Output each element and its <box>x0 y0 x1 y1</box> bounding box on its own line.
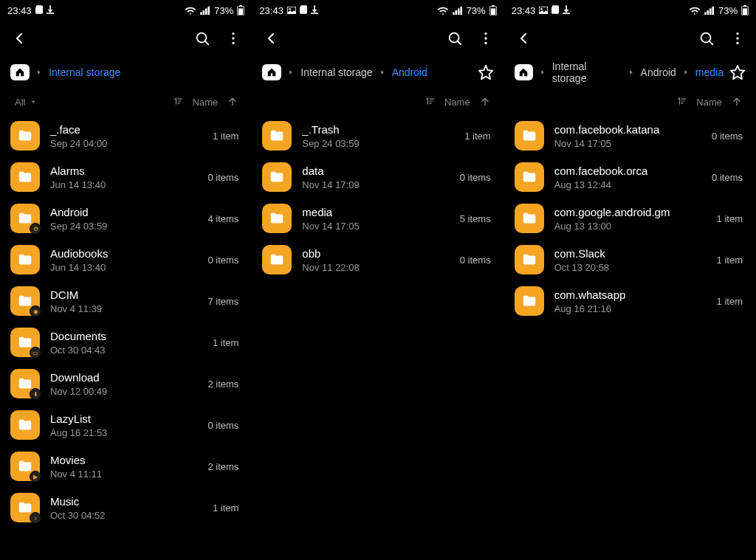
search-button[interactable] <box>698 30 715 46</box>
folder-name: _.face <box>50 123 202 136</box>
battery-icon <box>741 5 749 15</box>
svg-rect-25 <box>311 13 318 14</box>
svg-marker-16 <box>32 101 35 103</box>
folder-name: Android <box>50 206 197 219</box>
app-bar <box>0 21 252 56</box>
breadcrumb-item[interactable]: media <box>695 66 724 78</box>
file-list[interactable]: _.TrashSep 24 03:591 itemdataNov 14 17:0… <box>252 115 504 560</box>
folder-row[interactable]: AlarmsJun 14 13:400 items <box>0 156 252 198</box>
sort-by-name[interactable]: Name <box>444 97 470 108</box>
wifi-icon <box>689 6 701 15</box>
folder-row[interactable]: _.TrashSep 24 03:591 item <box>252 115 504 156</box>
more-options-button[interactable] <box>478 30 494 46</box>
sort-by-name[interactable]: Name <box>193 97 219 108</box>
folder-item-count: 2 items <box>207 461 238 472</box>
folder-date: Nov 11 22:08 <box>302 262 449 273</box>
folder-row[interactable]: ♪MusicOct 30 04:521 item <box>0 487 252 528</box>
svg-marker-38 <box>290 70 292 75</box>
folder-row[interactable]: ▶MoviesNov 4 11:112 items <box>0 446 252 487</box>
clock: 23:43 <box>7 5 32 16</box>
folder-item-count: 1 item <box>717 213 743 224</box>
folder-icon: ▶ <box>10 452 40 481</box>
status-download-icon <box>563 5 570 16</box>
svg-point-36 <box>484 37 487 39</box>
folder-row[interactable]: com.google.android.gmAug 13 13:001 item <box>504 198 756 239</box>
breadcrumb-item[interactable]: Internal storage <box>49 66 120 78</box>
folder-item-count: 1 item <box>213 502 238 514</box>
folder-row[interactable]: AudiobooksJun 14 13:400 items <box>0 239 252 280</box>
status-sdcard-icon <box>35 5 43 16</box>
breadcrumb-separator-icon <box>379 66 386 78</box>
sort-icon <box>173 96 184 108</box>
folder-row[interactable]: ▭DocumentsOct 30 04:431 item <box>0 322 252 363</box>
sort-direction-button[interactable] <box>731 96 743 108</box>
folder-badge-icon: ◉ <box>30 305 41 317</box>
folder-row[interactable]: mediaNov 14 17:055 items <box>252 198 504 239</box>
svg-marker-65 <box>731 66 744 79</box>
svg-marker-64 <box>684 70 687 75</box>
folder-name: _.Trash <box>302 123 454 136</box>
back-button[interactable] <box>10 30 28 47</box>
breadcrumb-home-button[interactable] <box>262 64 281 80</box>
battery-percent: 73% <box>718 5 738 16</box>
folder-date: Sep 24 03:59 <box>302 138 454 149</box>
filter-all-dropdown[interactable]: All <box>15 97 37 108</box>
battery-percent: 73% <box>467 5 486 16</box>
folder-item-count: 1 item <box>717 255 743 266</box>
sort-by-name[interactable]: Name <box>696 97 722 108</box>
svg-point-60 <box>736 37 738 39</box>
filter-all-label: All <box>15 97 25 108</box>
folder-item-count: 2 items <box>207 378 238 390</box>
folder-row[interactable]: ⚙AndroidSep 24 03:594 items <box>0 198 252 239</box>
folder-row[interactable]: obbNov 11 22:080 items <box>252 239 504 280</box>
folder-row[interactable]: _.faceSep 24 04:001 item <box>0 115 252 156</box>
folder-row[interactable]: com.SlackOct 13 20:581 item <box>504 239 756 280</box>
file-list[interactable]: com.facebook.katanaNov 14 17:050 itemsco… <box>504 115 756 560</box>
breadcrumb-item[interactable]: Internal storage <box>300 66 372 78</box>
folder-item-count: 0 items <box>460 172 491 183</box>
back-button[interactable] <box>515 30 532 47</box>
sort-direction-button[interactable] <box>479 96 491 108</box>
folder-row[interactable]: com.whatsappAug 16 21:161 item <box>504 280 756 322</box>
folder-date: Jun 14 13:40 <box>50 179 197 190</box>
breadcrumb-separator-icon <box>539 66 546 78</box>
app-bar <box>504 21 756 56</box>
folder-icon: ⬇ <box>10 369 40 398</box>
svg-rect-26 <box>453 13 455 15</box>
file-manager-screen: 23:4373%Internal storageAndroidmediaName… <box>504 0 756 560</box>
breadcrumb-home-button[interactable] <box>515 64 533 80</box>
folder-row[interactable]: com.facebook.orcaAug 13 12:440 items <box>504 156 756 198</box>
search-button[interactable] <box>194 30 210 46</box>
folder-row[interactable]: com.facebook.katanaNov 14 17:050 items <box>504 115 756 156</box>
breadcrumb-home-button[interactable] <box>10 64 30 80</box>
folder-row[interactable]: ◉DCIMNov 4 11:397 items <box>0 280 252 322</box>
folder-name: com.Slack <box>554 247 707 260</box>
back-button[interactable] <box>262 30 280 47</box>
sort-direction-button[interactable] <box>227 96 238 108</box>
folder-date: Sep 24 03:59 <box>50 221 197 232</box>
search-button[interactable] <box>447 30 463 46</box>
folder-date: Nov 14 17:05 <box>302 221 449 232</box>
folder-name: Music <box>50 495 202 508</box>
folder-name: Movies <box>50 454 197 467</box>
svg-marker-62 <box>541 70 543 75</box>
folder-row[interactable]: LazyListAug 16 21:530 items <box>0 404 252 446</box>
breadcrumb-item[interactable]: Internal storage <box>552 61 622 84</box>
folder-date: Sep 24 04:00 <box>50 138 202 149</box>
breadcrumb-item[interactable]: Android <box>392 66 427 78</box>
folder-row[interactable]: ⬇DownloadNov 12 00:492 items <box>0 363 252 404</box>
folder-date: Aug 16 21:16 <box>554 303 707 314</box>
more-options-button[interactable] <box>729 30 746 46</box>
folder-row[interactable]: dataNov 14 17:090 items <box>252 156 504 198</box>
file-list[interactable]: _.faceSep 24 04:001 itemAlarmsJun 14 13:… <box>0 115 252 560</box>
favorite-star-button[interactable] <box>729 64 746 80</box>
status-download-icon <box>311 5 318 16</box>
breadcrumb-item[interactable]: Android <box>641 66 676 78</box>
favorite-star-button[interactable] <box>478 64 494 80</box>
folder-icon <box>262 121 292 151</box>
file-manager-screen: 23:4373%Internal storageAndroidName_.Tra… <box>252 0 504 560</box>
svg-line-11 <box>206 41 209 44</box>
folder-icon <box>10 162 40 192</box>
more-options-button[interactable] <box>225 30 241 46</box>
folder-icon <box>262 204 292 233</box>
